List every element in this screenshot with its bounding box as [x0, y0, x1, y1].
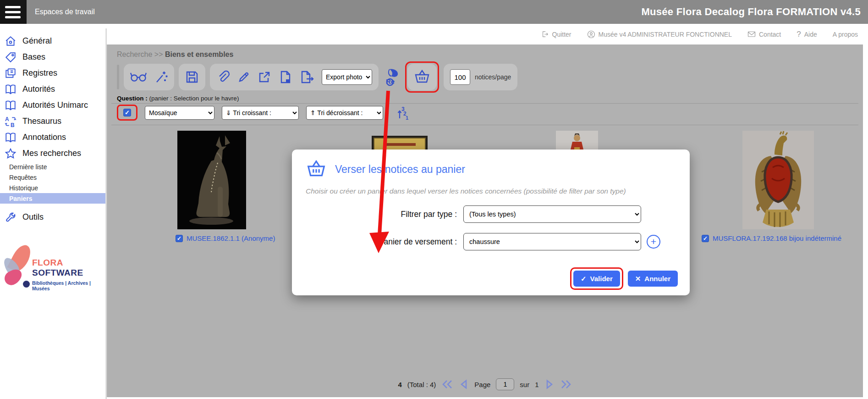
export-photo-select[interactable]: Export photo: [322, 69, 372, 85]
logo-tagline: Bibliothèques | Archives | Musées: [32, 280, 104, 291]
verser-panier-dialog: Verser les notices au panier Choisir ou …: [292, 150, 690, 295]
question-line: Question : (panier : Selection pour le h…: [117, 95, 239, 102]
mail-icon: [747, 31, 756, 38]
page-number-input[interactable]: [496, 378, 514, 390]
exit-icon: [541, 30, 549, 38]
result-item-4: ✓ MUSFLORA.17.192.168 bijou indéterminé: [702, 234, 841, 242]
logo-software-text: SOFTWARE: [32, 268, 83, 277]
last-page-icon[interactable]: [560, 379, 572, 390]
flora-re-icon[interactable]: Re: [383, 67, 401, 87]
filter-type-select[interactable]: (Tous les types): [463, 205, 641, 223]
thesaurus-icon: AB: [5, 116, 16, 127]
sort-desc-select[interactable]: ⇑ Tri décroissant :: [306, 106, 383, 120]
thumbnail-eagle-brooch[interactable]: [742, 131, 814, 231]
select-all-checkbox[interactable]: ✓: [123, 109, 131, 116]
sidebar-item-mes-recherches[interactable]: Mes recherches: [0, 145, 106, 161]
sidebar-item-annotations[interactable]: Annotations: [0, 129, 106, 145]
edit-icon[interactable]: [237, 71, 250, 83]
user-icon: [587, 30, 595, 39]
annuler-button[interactable]: ✕ Annuler: [628, 271, 678, 287]
sidebar-item-outils[interactable]: Outils: [0, 209, 106, 225]
wand-icon[interactable]: [154, 70, 168, 84]
view-mode-select[interactable]: Mosaïque: [145, 106, 214, 120]
sidebar: Général Bases Registres Autorités Autori…: [0, 28, 106, 399]
save-icon[interactable]: [185, 70, 199, 84]
dialog-title: Verser les notices au panier: [335, 163, 465, 176]
previous-page-icon[interactable]: [459, 379, 469, 390]
help-icon: ?: [797, 30, 801, 39]
basket-icon: [306, 160, 327, 179]
sidebar-item-bases[interactable]: Bases: [0, 49, 106, 65]
print-doc-icon[interactable]: [279, 70, 292, 84]
user-menu[interactable]: Musée v4 ADMINISTRATEUR FONCTIONNEL: [587, 30, 732, 39]
result-link[interactable]: MUSFLORA.17.192.168 bijou indéterminé: [713, 234, 841, 242]
select-all-highlight-annotation: ✓: [117, 105, 137, 121]
valider-highlight-annotation: ✓ Valider: [570, 267, 623, 290]
page-title: Musée Flora Decalog Flora FORMATION v4.5: [641, 0, 861, 24]
results-toolbar: Export photo Re notices/page: [117, 63, 517, 91]
book-icon: [5, 132, 16, 144]
result-count: 4: [398, 381, 401, 388]
thumbnail-cat-statue[interactable]: [177, 131, 246, 231]
glasses-icon[interactable]: [130, 71, 147, 83]
quitter-button[interactable]: Quitter: [541, 30, 571, 38]
svg-text:1: 1: [406, 115, 408, 120]
check-icon: ✓: [581, 275, 587, 283]
book-icon: [5, 83, 16, 95]
contact-button[interactable]: Contact: [747, 31, 781, 38]
result-checkbox[interactable]: ✓: [176, 235, 183, 242]
flora-software-logo: FLORA SOFTWARE Bibliothèques | Archives …: [3, 242, 104, 293]
next-page-icon[interactable]: [544, 379, 555, 390]
aide-button[interactable]: ? Aide: [797, 30, 817, 39]
basket-icon[interactable]: [414, 69, 430, 85]
panier-versement-select[interactable]: chaussure: [463, 233, 641, 250]
paperclip-icon[interactable]: [216, 70, 230, 84]
first-page-icon[interactable]: [441, 379, 453, 390]
export-doc-icon[interactable]: [300, 70, 314, 84]
sidebar-item-autorites-unimarc[interactable]: Autorités Unimarc: [0, 97, 106, 113]
wrench-icon: [5, 211, 16, 223]
result-total: (Total : 4): [407, 381, 436, 388]
svg-text:B: B: [11, 122, 15, 127]
account-bar: Quitter Musée v4 ADMINISTRATEUR FONCTION…: [0, 24, 868, 44]
external-link-icon[interactable]: [258, 70, 271, 84]
sur-label: sur: [520, 381, 529, 388]
logo-flora-text: FLORA: [32, 258, 63, 267]
sort-numeric-icon[interactable]: 321: [397, 105, 410, 120]
sidebar-item-requetes[interactable]: Requêtes: [0, 172, 106, 183]
apropos-button[interactable]: A propos: [833, 31, 858, 38]
flora-flower-icon: [4, 244, 31, 290]
svg-text:A: A: [5, 116, 9, 122]
add-panier-button[interactable]: +: [647, 235, 660, 249]
sidebar-item-historique[interactable]: Historique: [0, 183, 106, 193]
sidebar-item-general[interactable]: Général: [0, 33, 106, 49]
total-pages: 1: [535, 381, 538, 388]
breadcrumb: Recherche >> Biens et ensembles: [107, 44, 863, 59]
result-item-1: ✓ MUSEE.1862.1.1 (Anonyme): [176, 234, 275, 242]
sort-asc-select[interactable]: ⇓ Tri croissant :: [222, 106, 299, 120]
toolbar-divider: [117, 65, 119, 89]
page-size-input[interactable]: [450, 69, 470, 85]
page-size-label: notices/page: [475, 73, 511, 81]
workspace-label: Espaces de travail: [35, 8, 95, 16]
x-icon: ✕: [635, 275, 641, 283]
page-label: Page: [474, 381, 490, 388]
filter-type-label: Filtrer par type :: [292, 210, 457, 219]
dialog-subtitle: Choisir ou créer un panier dans lequel v…: [306, 187, 690, 195]
sidebar-item-autorites[interactable]: Autorités: [0, 81, 106, 97]
sidebar-item-registres[interactable]: Registres: [0, 65, 106, 81]
valider-button[interactable]: ✓ Valider: [573, 271, 620, 287]
top-bar: Espaces de travail Musée Flora Decalog F…: [0, 0, 868, 24]
hamburger-menu-icon[interactable]: [0, 0, 27, 24]
panier-versement-label: Panier de versement :: [292, 237, 457, 247]
result-link[interactable]: MUSEE.1862.1.1 (Anonyme): [187, 234, 275, 242]
separator: [111, 103, 858, 104]
sidebar-item-derniere-liste[interactable]: Dernière liste: [0, 161, 106, 172]
pagination-bar: 4 (Total : 4) Page sur 1: [107, 378, 863, 390]
sidebar-item-thesaurus[interactable]: AB Thesaurus: [0, 113, 106, 129]
result-checkbox[interactable]: ✓: [702, 235, 709, 242]
filter-row: ✓ Mosaïque ⇓ Tri croissant : ⇑ Tri décro…: [117, 105, 410, 121]
sidebar-item-paniers[interactable]: Paniers: [0, 193, 105, 204]
home-icon: [5, 35, 16, 47]
star-icon: [5, 148, 16, 160]
